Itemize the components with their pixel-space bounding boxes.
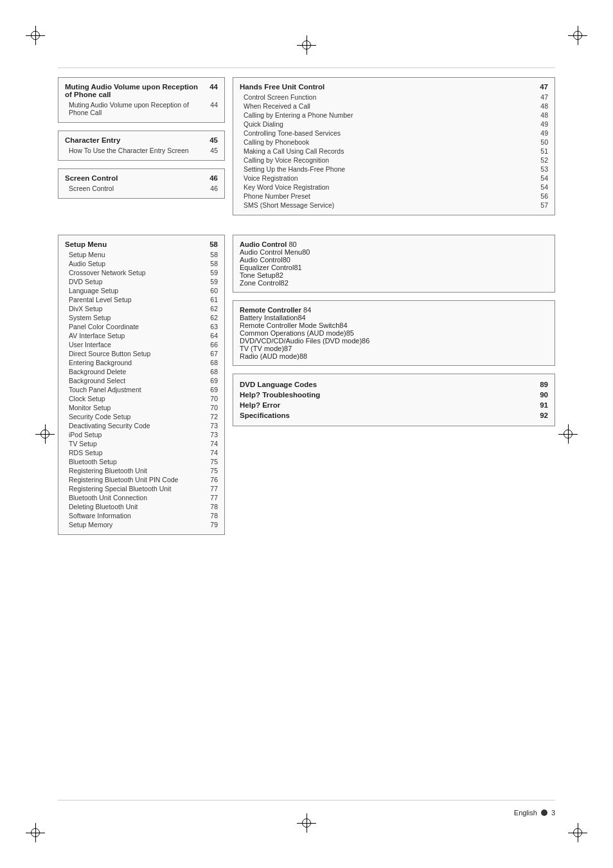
entry-label: Background Delete bbox=[69, 368, 126, 375]
entry-page: 54 bbox=[532, 183, 548, 191]
entry-page: 90 bbox=[540, 391, 548, 399]
entry-label: Setup Menu bbox=[69, 251, 105, 258]
screen-page: 46 bbox=[209, 174, 218, 182]
entry-page: 73 bbox=[210, 422, 218, 429]
list-item: Muting Audio Volume upon Reception of Ph… bbox=[65, 100, 218, 117]
entry-page: 74 bbox=[210, 449, 218, 457]
list-item: Entering Background68 bbox=[65, 358, 218, 367]
section-character-title: Character Entry 45 bbox=[65, 136, 218, 144]
audio-title-text: Audio Control bbox=[240, 240, 287, 248]
rule-bottom bbox=[58, 800, 555, 800]
list-item: Background Delete68 bbox=[65, 367, 218, 376]
entry-label: Quick Dialing bbox=[244, 120, 532, 128]
list-item: Bluetooth Unit Connection77 bbox=[65, 493, 218, 502]
entry-page: 70 bbox=[210, 404, 218, 411]
entry-page: 48 bbox=[532, 102, 548, 110]
entry-label: Clock Setup bbox=[69, 395, 105, 402]
entry-page: 69 bbox=[210, 377, 218, 384]
entry-label: Common Operations (AUD mode) bbox=[240, 329, 346, 337]
list-item: Equalizer Control81 bbox=[240, 264, 548, 271]
list-item: Controlling Tone-based Services 49 bbox=[240, 129, 548, 138]
entry-page: 50 bbox=[532, 138, 548, 146]
entry-label: Bluetooth Unit Connection bbox=[69, 494, 147, 502]
footer-language: English bbox=[514, 809, 537, 817]
audio-entries-container: Audio Control Menu80Audio Control80Equal… bbox=[240, 248, 548, 287]
entry-page: 58 bbox=[210, 260, 218, 267]
entry-label: Entering Background bbox=[69, 359, 132, 366]
list-item: Making a Call Using Call Records 51 bbox=[240, 147, 548, 156]
list-item: RDS Setup74 bbox=[65, 448, 218, 457]
entry-page: 75 bbox=[210, 458, 218, 466]
entry-page: 49 bbox=[532, 120, 548, 128]
list-item: Calling by Voice Recognition 52 bbox=[240, 156, 548, 165]
entry-page: 59 bbox=[210, 269, 218, 276]
list-item: Key Word Voice Registration 54 bbox=[240, 183, 548, 192]
entry-label: Setup Memory bbox=[69, 521, 112, 529]
handsfree-page: 47 bbox=[540, 83, 548, 91]
entry-page: 75 bbox=[210, 467, 218, 475]
entry-label: Setting Up the Hands-Free Phone bbox=[244, 165, 532, 173]
entry-page: 82 bbox=[276, 271, 283, 279]
list-item: iPod Setup73 bbox=[65, 430, 218, 439]
toc-box-muting: Muting Audio Volume upon Receptionof Pho… bbox=[58, 77, 225, 123]
section-audio-title: Audio Control 80 bbox=[240, 240, 548, 248]
entry-label: Control Screen Function bbox=[244, 93, 532, 101]
entry-label: TV Setup bbox=[69, 440, 97, 448]
entry-page: 61 bbox=[210, 296, 218, 303]
entry-page: 47 bbox=[532, 93, 548, 101]
list-item: Quick Dialing 49 bbox=[240, 120, 548, 129]
entry-page: 64 bbox=[210, 332, 218, 339]
entry-page: 89 bbox=[540, 381, 548, 388]
entry-label: Audio Control Menu bbox=[240, 248, 302, 256]
toc-box-setup: Setup Menu 58 Setup Menu58Audio Setup58C… bbox=[58, 235, 225, 535]
entry-page: 62 bbox=[210, 305, 218, 312]
remote-entries-container: Battery Installation84Remote Controller … bbox=[240, 314, 548, 360]
entry-page: 68 bbox=[210, 359, 218, 366]
entry-label: Battery Installation bbox=[240, 314, 298, 321]
list-item: Setting Up the Hands-Free Phone 53 bbox=[240, 165, 548, 174]
handsfree-title-text: Hands Free Unit Control bbox=[240, 83, 324, 91]
entry-label: Controlling Tone-based Services bbox=[244, 129, 532, 137]
entry-label: Registering Bluetooth Unit bbox=[69, 467, 147, 475]
entry-label: Registering Bluetooth Unit PIN Code bbox=[69, 476, 178, 484]
entry-label: Remote Controller Mode Switch bbox=[240, 321, 339, 329]
entry-label: Zone Control bbox=[240, 279, 281, 287]
list-item: Tone Setup82 bbox=[240, 271, 548, 279]
entry-page: 56 bbox=[532, 192, 548, 200]
entry-label: Key Word Voice Registration bbox=[244, 183, 532, 191]
list-item: Panel Color Coordinate63 bbox=[65, 322, 218, 331]
list-item: Calling by Phonebook 50 bbox=[240, 138, 548, 147]
character-page: 45 bbox=[209, 136, 218, 144]
entry-label: Background Select bbox=[69, 377, 125, 384]
setup-entries-container: Setup Menu58Audio Setup58Crossover Netwo… bbox=[65, 250, 218, 529]
entry-label: SMS (Short Message Service) bbox=[244, 201, 532, 209]
entry-label: DivX Setup bbox=[69, 305, 103, 312]
entry-page: 44 bbox=[202, 101, 218, 116]
list-item: Background Select69 bbox=[65, 376, 218, 385]
remote-page: 84 bbox=[303, 306, 311, 314]
entry-label: Panel Color Coordinate bbox=[69, 323, 139, 330]
footer: English 3 bbox=[514, 809, 555, 817]
entry-label: Screen Control bbox=[69, 185, 202, 192]
list-item: Registering Special Bluetooth Unit77 bbox=[65, 484, 218, 493]
reg-mark-top-left bbox=[26, 26, 45, 45]
list-item: Monitor Setup70 bbox=[65, 403, 218, 412]
entry-page: 82 bbox=[281, 279, 289, 287]
entry-page: 59 bbox=[210, 278, 218, 285]
list-item: Specifications92 bbox=[240, 410, 548, 420]
list-item: Language Setup60 bbox=[65, 286, 218, 295]
entry-label: TV (TV mode) bbox=[240, 345, 284, 352]
entry-page: 68 bbox=[210, 368, 218, 375]
entry-page: 53 bbox=[532, 165, 548, 173]
list-item: Software Information78 bbox=[65, 511, 218, 520]
entry-page: 70 bbox=[210, 395, 218, 402]
entry-label: AV Interface Setup bbox=[69, 332, 125, 339]
entry-page: 46 bbox=[202, 185, 218, 192]
muting-title-text: Muting Audio Volume upon Receptionof Pho… bbox=[65, 83, 198, 98]
entry-label: iPod Setup bbox=[69, 431, 102, 439]
entry-page: 52 bbox=[532, 156, 548, 164]
entry-label: How To Use the Character Entry Screen bbox=[69, 147, 202, 154]
entry-label: Specifications bbox=[240, 411, 290, 419]
top-right-column: Hands Free Unit Control 47 Control Scree… bbox=[233, 77, 555, 215]
toc-box-character: Character Entry 45 How To Use the Charac… bbox=[58, 131, 225, 161]
